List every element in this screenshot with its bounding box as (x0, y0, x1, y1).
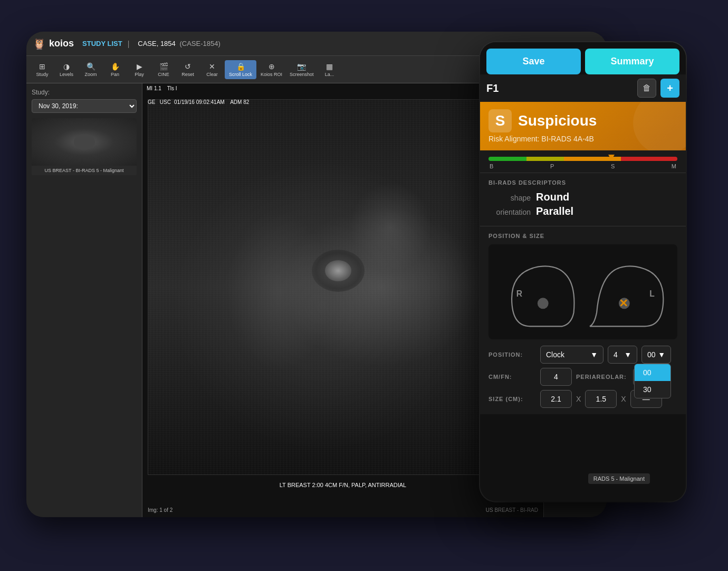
position-section-title: POSITION & SIZE (488, 233, 677, 239)
toolbar-pan[interactable]: ✋ Pan (103, 60, 127, 79)
x-separator-1: X (576, 395, 581, 403)
koios-roi-icon: ⊕ (269, 62, 275, 71)
viewport-overlay-text: MI 1.1 Tls I (147, 85, 177, 91)
layout-label: La... (325, 72, 334, 77)
us-main-image (148, 99, 538, 475)
rads-badge-back: RADS 5 - Malignant (588, 473, 650, 484)
add-finding-button[interactable]: + (660, 79, 679, 98)
toolbar-cine[interactable]: 🎬 CINE (152, 60, 175, 79)
clock-hour-dropdown[interactable]: 4 ▼ (608, 346, 637, 364)
minute-dropdown-overlay: 00 30 (634, 364, 671, 398)
screenshot-label: Screenshot (290, 72, 314, 77)
svg-text:R: R (516, 289, 522, 298)
levels-label: Levels (60, 72, 73, 77)
roi-topbar: Save Summary (480, 42, 686, 74)
trash-icon: 🗑 (643, 83, 651, 93)
toolbar-scroll-lock[interactable]: 🔒 Scroll Lock (225, 60, 256, 79)
svg-text:✕: ✕ (619, 297, 628, 309)
toolbar-reset[interactable]: ↺ Reset (176, 60, 199, 79)
study-label: Study (36, 72, 48, 77)
shape-label: shape (488, 194, 531, 202)
study-list-link[interactable]: STUDY LIST (82, 40, 122, 47)
pan-icon: ✋ (111, 62, 120, 71)
viewport-manufacturer: GE USC (148, 99, 171, 105)
birads-section: BI-RADS DESCRIPTORS shape Round orientat… (480, 173, 686, 226)
clear-label: Clear (206, 72, 218, 77)
risk-label-p: P (550, 163, 554, 169)
save-button[interactable]: Save (486, 49, 581, 74)
us-simulation (148, 100, 538, 474)
thumbnail-label: US BREAST - BI-RADS 5 - Malignant (32, 166, 137, 175)
toolbar-levels[interactable]: ◑ Levels (55, 60, 78, 79)
cmfn-input[interactable]: 4 (540, 368, 572, 386)
img-info: Img: 1 of 2 (148, 507, 173, 513)
minute-option-00[interactable]: 00 (635, 364, 670, 381)
breast-svg-diagram: ✕ R L (497, 253, 669, 331)
study-date-select[interactable]: Nov 30, 2019: (32, 99, 137, 113)
toolbar-layout[interactable]: ▦ La... (318, 60, 341, 79)
screenshot-icon: 📷 (297, 62, 306, 71)
reset-icon: ↺ (185, 62, 191, 71)
risk-bar-labels: B P S M (488, 163, 677, 169)
clock-minute-dropdown[interactable]: 00 ▼ (641, 346, 671, 364)
position-section: POSITION & SIZE ✕ R L (480, 226, 686, 414)
koios-logo: 🦉 koios (33, 37, 74, 50)
size-x-input[interactable]: 2.1 (540, 390, 572, 408)
koios-roi-label: Koios ROI (261, 72, 282, 77)
clock-minute-value: 00 (647, 350, 656, 359)
viewport-datetime: 01/19/16 09:02:41AM ADM 82 (174, 99, 249, 105)
viewport-header: MI 1.1 Tls I (142, 83, 543, 93)
clock-minute-container: 00 ▼ 00 30 (641, 346, 671, 364)
clock-minute-chevron-icon: ▼ (658, 350, 665, 359)
orientation-descriptor-row: orientation Parallel (488, 205, 677, 217)
cmfn-label: CM/FN: (488, 374, 536, 380)
periareolar-label: PERIAREOLAR: (576, 374, 629, 380)
minute-option-30[interactable]: 30 (635, 381, 670, 398)
plus-icon: + (667, 82, 673, 94)
us-highlight (226, 212, 332, 370)
delete-finding-button[interactable]: 🗑 (637, 79, 656, 98)
svg-text:L: L (649, 289, 655, 298)
svg-point-0 (538, 298, 549, 309)
study-label-text: Study: (32, 89, 137, 96)
toolbar-study[interactable]: ⊞ Study (31, 60, 54, 79)
pacs-sidebar: Study: Nov 30, 2019: US BREAST - BI-RADS… (26, 83, 142, 517)
toolbar-play[interactable]: ▶ Play (128, 60, 151, 79)
risk-label-s: S (611, 163, 615, 169)
summary-button[interactable]: Summary (585, 49, 679, 74)
viewport-footer: Img: 1 of 2 US BREAST - BI-RAD (142, 507, 543, 513)
f1-actions: 🗑 + (637, 79, 679, 98)
risk-label-b: B (490, 163, 493, 169)
position-fields: POSITION: Clock ▼ 4 ▼ 00 ▼ (488, 346, 677, 408)
toolbar-koios-roi[interactable]: ⊕ Koios ROI (257, 60, 285, 79)
thumbnail-item[interactable]: US BREAST - BI-RADS 5 - Malignant (32, 118, 137, 175)
toolbar-screenshot[interactable]: 📷 Screenshot (286, 60, 317, 79)
pan-label: Pan (111, 72, 119, 77)
brand-name: koios (49, 38, 74, 49)
toolbar-zoom[interactable]: 🔍 Zoom (79, 60, 102, 79)
risk-marker (608, 155, 615, 160)
clear-icon: ✕ (209, 62, 215, 71)
scroll-lock-label: Scroll Lock (229, 72, 252, 77)
us-highlight-2 (343, 175, 438, 280)
toolbar-clear[interactable]: ✕ Clear (200, 60, 224, 79)
position-label: POSITION: (488, 351, 536, 358)
zoom-icon: 🔍 (87, 62, 95, 71)
suspicious-banner: S Suspicious Risk Alignment: BI-RADS 4A-… (480, 102, 686, 150)
x-separator-2: X (621, 395, 626, 403)
position-field-row: POSITION: Clock ▼ 4 ▼ 00 ▼ (488, 346, 677, 364)
clock-dropdown[interactable]: Clock ▼ (540, 346, 604, 364)
cine-icon: 🎬 (159, 62, 168, 71)
breast-diagram[interactable]: ✕ R L (488, 244, 677, 339)
layout-icon: ▦ (326, 62, 333, 71)
us-thumbnail-sim (32, 118, 137, 166)
risk-bar (488, 157, 677, 161)
thumbnail-image (32, 118, 137, 166)
size-y-input[interactable]: 1.5 (585, 390, 617, 408)
clock-hour-value: 4 (614, 350, 618, 359)
study-icon: ⊞ (39, 62, 45, 71)
suspicious-header: S Suspicious (488, 109, 677, 132)
shape-value: Round (536, 191, 569, 203)
suspicious-s-icon: S (488, 109, 512, 132)
zoom-label: Zoom (84, 72, 97, 77)
